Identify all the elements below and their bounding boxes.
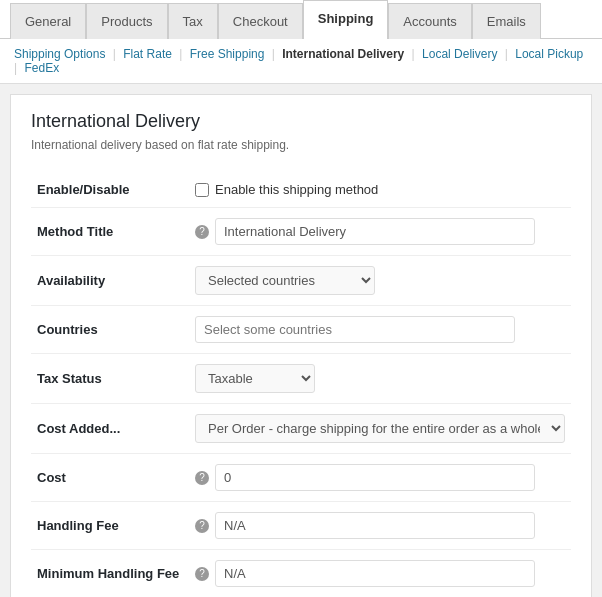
enable-checkbox[interactable] bbox=[195, 183, 209, 197]
subnav-link-flat-rate[interactable]: Flat Rate bbox=[123, 47, 172, 61]
subnav-sep: | bbox=[176, 47, 186, 61]
tab-tax[interactable]: Tax bbox=[168, 3, 218, 39]
handling-fee-info-icon: ? bbox=[195, 519, 209, 533]
handling-fee-label: Handling Fee bbox=[31, 502, 189, 550]
cost-added-row: Cost Added... Per Order - charge shippin… bbox=[31, 404, 571, 454]
countries-row: Countries bbox=[31, 306, 571, 354]
countries-label: Countries bbox=[31, 306, 189, 354]
min-handling-fee-info-icon: ? bbox=[195, 567, 209, 581]
enable-row: Enable/Disable Enable this shipping meth… bbox=[31, 172, 571, 208]
tab-products[interactable]: Products bbox=[86, 3, 167, 39]
settings-form: Enable/Disable Enable this shipping meth… bbox=[31, 172, 571, 597]
subnav-link-shipping-options[interactable]: Shipping Options bbox=[14, 47, 105, 61]
cost-info-icon: ? bbox=[195, 471, 209, 485]
subnav-sep: | bbox=[501, 47, 511, 61]
main-content: International Delivery International del… bbox=[10, 94, 592, 597]
cost-row: Cost ? bbox=[31, 454, 571, 502]
tab-checkout[interactable]: Checkout bbox=[218, 3, 303, 39]
subnav-sep: | bbox=[109, 47, 119, 61]
min-handling-fee-input[interactable] bbox=[215, 560, 535, 587]
tax-status-row: Tax Status TaxableNone bbox=[31, 354, 571, 404]
subnav-link-free-shipping[interactable]: Free Shipping bbox=[190, 47, 265, 61]
availability-select[interactable]: Selected countriesAll countries bbox=[195, 266, 375, 295]
min-handling-fee-label: Minimum Handling Fee bbox=[31, 550, 189, 598]
countries-input[interactable] bbox=[195, 316, 515, 343]
subnav-sep: | bbox=[268, 47, 278, 61]
handling-fee-row: Handling Fee ? bbox=[31, 502, 571, 550]
subnav-link-fedex[interactable]: FedEx bbox=[24, 61, 59, 75]
min-handling-fee-row: Minimum Handling Fee ? bbox=[31, 550, 571, 598]
cost-label: Cost bbox=[31, 454, 189, 502]
cost-added-select[interactable]: Per Order - charge shipping for the enti… bbox=[195, 414, 565, 443]
tab-accounts[interactable]: Accounts bbox=[388, 3, 471, 39]
enable-label: Enable/Disable bbox=[31, 172, 189, 208]
method-title-row: Method Title ? bbox=[31, 208, 571, 256]
tax-status-label: Tax Status bbox=[31, 354, 189, 404]
page-description: International delivery based on flat rat… bbox=[31, 138, 571, 152]
subnav-sep: | bbox=[14, 61, 20, 75]
subnav-link-local-pickup[interactable]: Local Pickup bbox=[515, 47, 583, 61]
page-wrapper: GeneralProductsTaxCheckoutShippingAccoun… bbox=[0, 0, 602, 597]
enable-checkbox-label: Enable this shipping method bbox=[215, 182, 378, 197]
tab-emails[interactable]: Emails bbox=[472, 3, 541, 39]
tabs-bar: GeneralProductsTaxCheckoutShippingAccoun… bbox=[0, 0, 602, 39]
cost-added-label: Cost Added... bbox=[31, 404, 189, 454]
availability-row: Availability Selected countriesAll count… bbox=[31, 256, 571, 306]
enable-checkbox-row: Enable this shipping method bbox=[195, 182, 565, 197]
cost-input[interactable] bbox=[215, 464, 535, 491]
method-title-label: Method Title bbox=[31, 208, 189, 256]
subnav: Shipping Options | Flat Rate | Free Ship… bbox=[0, 39, 602, 84]
subnav-link-local-delivery[interactable]: Local Delivery bbox=[422, 47, 497, 61]
subnav-sep: | bbox=[408, 47, 418, 61]
method-title-input[interactable] bbox=[215, 218, 535, 245]
subnav-current-international-delivery: International Delivery bbox=[282, 47, 404, 61]
tax-status-select[interactable]: TaxableNone bbox=[195, 364, 315, 393]
availability-label: Availability bbox=[31, 256, 189, 306]
tab-shipping[interactable]: Shipping bbox=[303, 0, 389, 39]
page-title: International Delivery bbox=[31, 111, 571, 132]
tab-general[interactable]: General bbox=[10, 3, 86, 39]
handling-fee-input[interactable] bbox=[215, 512, 535, 539]
method-title-info-icon: ? bbox=[195, 225, 209, 239]
